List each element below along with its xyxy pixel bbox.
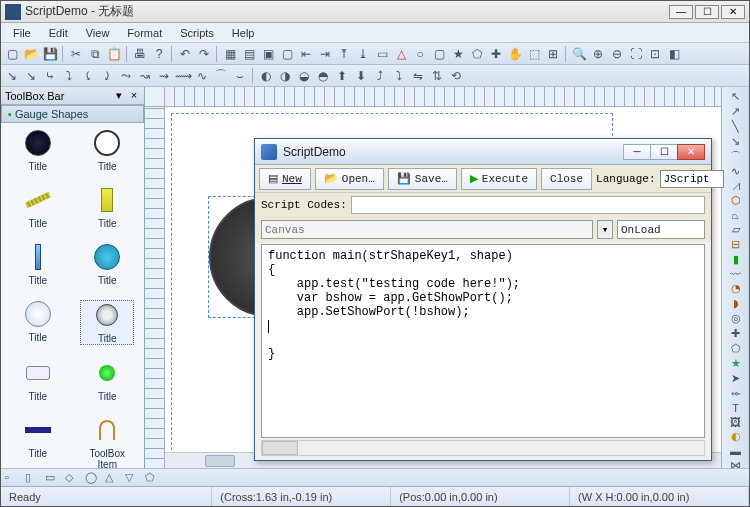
event-input[interactable]	[617, 220, 705, 239]
dialog-maximize-button[interactable]: ☐	[650, 144, 678, 160]
conn13-icon[interactable]: ⌣	[231, 67, 249, 85]
ruler-icon[interactable]: ⊞	[544, 45, 562, 63]
order1-icon[interactable]: ⬆	[333, 67, 351, 85]
dialog-minimize-button[interactable]: ─	[623, 144, 651, 160]
toolbox-item[interactable]: Title	[11, 129, 65, 172]
cb5-icon[interactable]: ◯	[85, 471, 101, 485]
save-icon[interactable]: 💾	[41, 45, 59, 63]
conn1-icon[interactable]: ↘	[3, 67, 21, 85]
arrow-shape-icon[interactable]: ➤	[726, 371, 746, 386]
align-left-icon[interactable]: ⇤	[297, 45, 315, 63]
flip-v-icon[interactable]: ⇅	[428, 67, 446, 85]
marker-icon[interactable]: ▮	[726, 252, 746, 267]
conn9-icon[interactable]: ⇝	[155, 67, 173, 85]
minimize-button[interactable]: —	[669, 5, 693, 19]
language-input[interactable]	[660, 170, 724, 188]
zoom-100-icon[interactable]: ⊡	[646, 45, 664, 63]
light-icon[interactable]: ◐	[726, 429, 746, 444]
cb3-icon[interactable]: ▭	[45, 471, 61, 485]
toolbox-item[interactable]: Title	[80, 359, 134, 402]
layer4-icon[interactable]: ◓	[314, 67, 332, 85]
layer1-icon[interactable]: ◐	[257, 67, 275, 85]
select-icon[interactable]: ⬚	[525, 45, 543, 63]
dropdown-icon[interactable]: ▾	[597, 220, 613, 239]
conn12-icon[interactable]: ⌒	[212, 67, 230, 85]
align-right-icon[interactable]: ⇥	[316, 45, 334, 63]
zoom-in-icon[interactable]: ⊕	[589, 45, 607, 63]
menu-edit[interactable]: Edit	[41, 25, 76, 41]
maximize-button[interactable]: ☐	[695, 5, 719, 19]
conn7-icon[interactable]: ⤳	[117, 67, 135, 85]
pointer-icon[interactable]: ↖	[726, 89, 746, 104]
conn6-icon[interactable]: ⤸	[98, 67, 116, 85]
order4-icon[interactable]: ⤵	[390, 67, 408, 85]
cb1-icon[interactable]: ▫	[5, 471, 21, 485]
conn8-icon[interactable]: ↝	[136, 67, 154, 85]
valve-icon[interactable]: ⋈	[726, 458, 746, 468]
ellipse-icon[interactable]: ○	[411, 45, 429, 63]
trap-icon[interactable]: ⏢	[726, 208, 746, 222]
close-script-button[interactable]: Close	[541, 168, 592, 190]
ungroup-icon[interactable]: ▢	[278, 45, 296, 63]
toolbox-item[interactable]: Title	[80, 186, 134, 229]
conn5-icon[interactable]: ⤹	[79, 67, 97, 85]
arc-icon[interactable]: ⌒	[726, 149, 746, 164]
roundrect-icon[interactable]: ▢	[430, 45, 448, 63]
menu-file[interactable]: File	[5, 25, 39, 41]
execute-button[interactable]: ▶Execute	[461, 168, 537, 190]
conn11-icon[interactable]: ∿	[193, 67, 211, 85]
toolbox-item[interactable]: Title	[80, 129, 134, 172]
toolbox-close-icon[interactable]: ×	[128, 89, 140, 101]
arrow-icon[interactable]: ↘	[726, 134, 746, 149]
align-top-icon[interactable]: ⤒	[335, 45, 353, 63]
save-button[interactable]: 💾Save…	[388, 168, 457, 190]
order3-icon[interactable]: ⤴	[371, 67, 389, 85]
zoom-icon[interactable]: 🔍	[570, 45, 588, 63]
layer2-icon[interactable]: ◑	[276, 67, 294, 85]
copy-icon[interactable]: ⧉	[86, 45, 104, 63]
layer3-icon[interactable]: ◒	[295, 67, 313, 85]
help-icon[interactable]: ?	[150, 45, 168, 63]
flip-h-icon[interactable]: ⇋	[409, 67, 427, 85]
editor-h-scrollbar[interactable]	[261, 440, 705, 456]
toolbox-item[interactable]: Title	[11, 359, 65, 402]
ring-icon[interactable]: ◎	[726, 311, 746, 326]
redo-icon[interactable]: ↷	[195, 45, 213, 63]
curve-icon[interactable]: ∿	[726, 164, 746, 179]
toolbox-item[interactable]: Title	[11, 300, 65, 345]
toolbox-dropdown-icon[interactable]: ▾	[113, 89, 125, 102]
cb7-icon[interactable]: ▽	[125, 471, 141, 485]
toolbox-item[interactable]: Title	[11, 243, 65, 286]
para-icon[interactable]: ▱	[726, 222, 746, 237]
grid-icon[interactable]: ▦	[221, 45, 239, 63]
zoom-out-icon[interactable]: ⊖	[608, 45, 626, 63]
cb6-icon[interactable]: △	[105, 471, 121, 485]
target-select[interactable]	[261, 220, 593, 239]
toolbox-item[interactable]: Title	[11, 186, 65, 229]
image-icon[interactable]: 🖼	[726, 415, 746, 429]
menu-help[interactable]: Help	[224, 25, 263, 41]
toolbox-item[interactable]: Title	[80, 300, 134, 345]
conn10-icon[interactable]: ⟿	[174, 67, 192, 85]
print-icon[interactable]: 🖶	[131, 45, 149, 63]
align-bottom-icon[interactable]: ⤓	[354, 45, 372, 63]
dialog-close-button[interactable]: ✕	[677, 144, 705, 160]
zoom-fit-icon[interactable]: ⛶	[627, 45, 645, 63]
conn4-icon[interactable]: ⤵	[60, 67, 78, 85]
script-editor[interactable]: function main(strShapeKey1, shape) { app…	[261, 244, 705, 438]
menu-view[interactable]: View	[78, 25, 118, 41]
node-edit-icon[interactable]: ↗	[726, 104, 746, 119]
callout-icon[interactable]: ⬰	[726, 386, 746, 401]
text-icon[interactable]: T	[726, 401, 746, 415]
ref-icon[interactable]: ⊟	[726, 237, 746, 252]
open-button[interactable]: 📂Open…	[315, 168, 384, 190]
hex-icon[interactable]: ⬡	[726, 193, 746, 208]
cross-icon[interactable]: ✚	[487, 45, 505, 63]
codes-input[interactable]	[351, 196, 705, 214]
order2-icon[interactable]: ⬇	[352, 67, 370, 85]
rotate-icon[interactable]: ⟲	[447, 67, 465, 85]
snap-icon[interactable]: ▤	[240, 45, 258, 63]
rect-icon[interactable]: ▭	[373, 45, 391, 63]
polygon-icon[interactable]: ⬠	[468, 45, 486, 63]
star-tool-icon[interactable]: ★	[726, 356, 746, 371]
